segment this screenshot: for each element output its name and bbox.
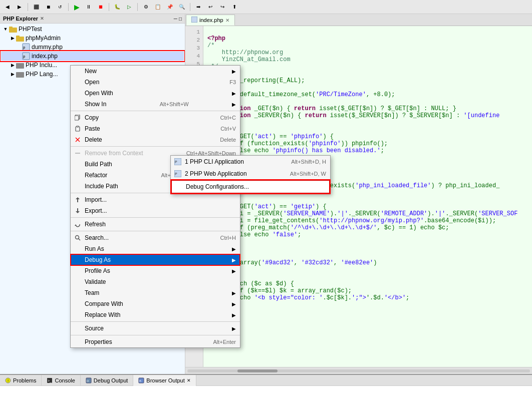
tree-item-phpmyadmin[interactable]: ▶ phpMyAdmin (1, 34, 184, 43)
submenu-php-cli[interactable]: P 1 PHP CLI Application Alt+Shift+D, H (171, 156, 330, 168)
horizontal-scrollbar[interactable] (185, 367, 532, 374)
toolbar-btn-debug[interactable]: 🐛 (112, 2, 123, 12)
remove-context-label: Remove from Context (85, 150, 143, 157)
panel-header-title: PHP Explorer ✕ (3, 16, 44, 22)
properties-shortcut: Alt+Enter (203, 339, 236, 345)
import-label: Import... (85, 196, 107, 203)
stop-button[interactable]: ⏹ (95, 2, 106, 12)
back-button[interactable]: ◀ (2, 2, 13, 12)
svg-rect-22 (77, 126, 79, 127)
svg-text:B: B (139, 379, 141, 382)
toolbar-btn-e[interactable]: ➡ (193, 2, 204, 12)
tab-label: index.php (199, 17, 223, 23)
run-as-label: Run As (85, 245, 104, 252)
browser-output-close[interactable]: ✕ (187, 378, 191, 383)
validate-label: Validate (85, 278, 106, 285)
maximize-icon[interactable]: □ (179, 16, 182, 22)
php-web-shortcut: Alt+Shift+D, W (280, 171, 326, 177)
open-with-label: Open With (85, 90, 113, 97)
refresh-icon (74, 220, 82, 228)
menu-run-as[interactable]: Run As ▶ (71, 243, 240, 254)
menu-copy[interactable]: Copy Ctrl+C (71, 112, 240, 123)
menu-compare-with[interactable]: Compare With ▶ (71, 298, 240, 309)
toolbar-sep-4 (137, 3, 138, 11)
menu-open-with[interactable]: Open With ▶ (71, 88, 240, 99)
scroll-thumb[interactable] (237, 369, 278, 372)
menu-validate[interactable]: Validate (71, 276, 240, 287)
menu-debug-as[interactable]: Debug As ▶ (71, 254, 240, 265)
svg-rect-9 (16, 72, 24, 78)
bottom-tab-bar: ! Problems >_ Console D Debug Output B B… (0, 375, 532, 386)
submenu-debug-configs[interactable]: Debug Configurations... (171, 180, 330, 194)
svg-rect-8 (16, 63, 24, 69)
search-icon (74, 234, 82, 242)
delete-label: Delete (85, 136, 102, 143)
debug-as-arrow: ▶ (232, 257, 236, 263)
svg-rect-3 (16, 36, 20, 38)
debug-as-submenu: P 1 PHP CLI Application Alt+Shift+D, H P… (170, 155, 331, 194)
minimize-icon[interactable]: ─ (174, 16, 177, 22)
tab-debug-output[interactable]: D Debug Output (81, 375, 134, 386)
menu-paste[interactable]: Paste Ctrl+V (71, 123, 240, 134)
menu-show-in[interactable]: Show In Alt+Shift+W ▶ (71, 99, 240, 110)
index-php-tab[interactable]: index.php ✕ (186, 15, 235, 26)
context-menu: New ▶ Open F3 Open With ▶ Show In Alt+Sh… (70, 65, 240, 348)
menu-import[interactable]: Import... (71, 194, 240, 205)
show-in-arrow: ▶ (232, 102, 236, 107)
tab-browser-output[interactable]: B Browser Output ✕ (133, 375, 196, 386)
svg-rect-10 (191, 17, 197, 23)
include-path-label: Include Path (85, 183, 118, 190)
menu-search[interactable]: Search... Ctrl+H (71, 232, 240, 243)
php-web-icon: P (174, 170, 182, 178)
code-content[interactable]: <?php /* http://phpnow.org YinzCN_at_Gma… (203, 26, 532, 367)
menu-properties[interactable]: Properties Alt+Enter (71, 336, 240, 347)
toolbar-btn-f[interactable]: ↩ (205, 2, 216, 12)
forward-button[interactable]: ▶ (14, 2, 25, 12)
toolbar-sep-1 (28, 3, 28, 11)
root-arrow: ▼ (2, 27, 9, 32)
menu-source[interactable]: Source ▶ (71, 323, 240, 334)
sep-6 (71, 321, 240, 322)
menu-replace-with[interactable]: Replace With ▶ (71, 309, 240, 320)
toolbar-btn-d[interactable]: 🔍 (176, 2, 187, 12)
debug-output-icon: D (86, 377, 92, 383)
root-folder-icon (9, 25, 17, 33)
svg-text:P: P (175, 160, 177, 164)
menu-open[interactable]: Open F3 (71, 77, 240, 88)
toolbar-btn-b[interactable]: 📋 (152, 2, 163, 12)
toolbar-btn-4[interactable]: ⏹ (43, 2, 54, 12)
toolbar-btn-g[interactable]: ↪ (217, 2, 228, 12)
scroll-track[interactable] (187, 369, 530, 372)
menu-refresh[interactable]: Refresh (71, 219, 240, 230)
menu-team[interactable]: Team ▶ (71, 287, 240, 298)
team-arrow: ▶ (232, 290, 236, 296)
build-path-label: Build Path (85, 161, 112, 168)
root-label: PHPTest (19, 26, 42, 33)
toolbar-btn-c[interactable]: 📌 (164, 2, 175, 12)
new-arrow: ▶ (232, 69, 236, 74)
browser-output-icon: B (138, 377, 144, 383)
toolbar-sep-3 (109, 3, 109, 11)
toolbar-btn-a[interactable]: ⚙ (140, 2, 151, 12)
svg-point-29 (76, 236, 79, 239)
tree-root[interactable]: ▼ PHPTest (1, 25, 184, 34)
toolbar-btn-3[interactable]: ⬛ (31, 2, 42, 12)
menu-export[interactable]: Export... (71, 205, 240, 216)
toolbar-btn-run2[interactable]: ▷ (124, 2, 135, 12)
search-shortcut: Ctrl+H (210, 235, 236, 241)
menu-profile-as[interactable]: Profile As ▶ (71, 265, 240, 276)
run-button[interactable]: ▶ (71, 2, 82, 12)
toolbar-btn-5[interactable]: ↺ (55, 2, 66, 12)
profile-as-label: Profile As (85, 267, 110, 274)
submenu-php-web[interactable]: P 2 PHP Web Application Alt+Shift+D, W (171, 168, 330, 180)
tree-item-dummy[interactable]: ▶ p dummy.php (1, 43, 184, 52)
pause-button[interactable]: ⏸ (83, 2, 94, 12)
menu-delete[interactable]: Delete Delete (71, 134, 240, 145)
tree-item-index[interactable]: ▶ p index.php (1, 52, 184, 61)
tab-close-button[interactable]: ✕ (225, 18, 229, 23)
toolbar-btn-h[interactable]: ⬆ (229, 2, 240, 12)
menu-new[interactable]: New ▶ (71, 66, 240, 77)
tab-console[interactable]: >_ Console (42, 375, 80, 386)
open-shortcut: F3 (219, 79, 236, 85)
tab-problems[interactable]: ! Problems (0, 375, 42, 386)
